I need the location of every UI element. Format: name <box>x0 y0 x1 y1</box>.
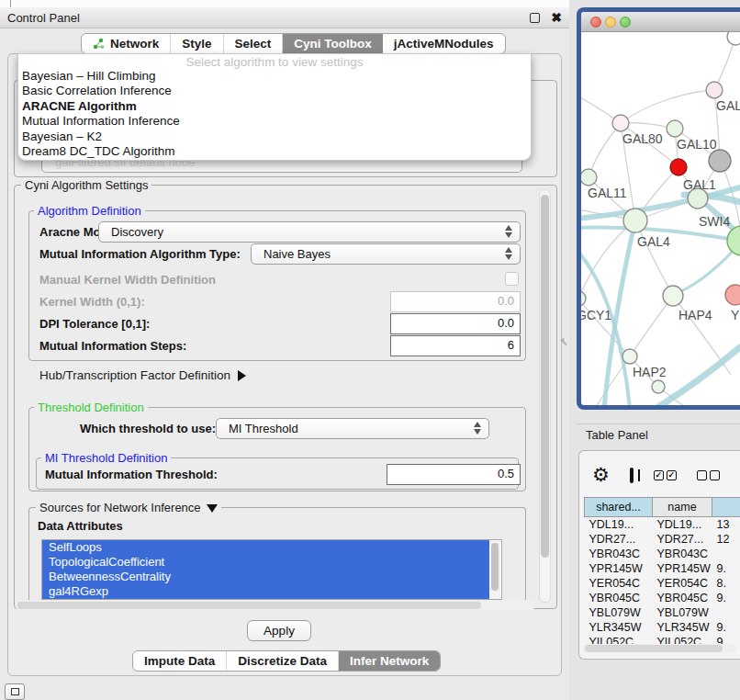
network-edge[interactable] <box>589 123 621 177</box>
tab-impute-data[interactable]: Impute Data <box>133 651 227 671</box>
mi-threshold-field[interactable]: 0.5 <box>387 464 521 485</box>
network-canvas[interactable]: GALGAL80GAL10GAL1GAL11SWI4GAL4GCY1HAP4YH… <box>581 32 740 405</box>
network-node[interactable] <box>706 82 723 98</box>
network-node[interactable] <box>581 291 586 306</box>
node-label: GAL1 <box>683 177 716 192</box>
tab-network[interactable]: Network <box>82 34 171 53</box>
table-cell: YBR043C <box>653 547 712 561</box>
algorithm-option[interactable]: Bayesian – Hill Climbing <box>18 69 531 84</box>
network-node[interactable] <box>670 159 687 175</box>
tab-label: Network <box>110 37 159 51</box>
network-node[interactable] <box>709 150 731 172</box>
tab-discretize-data[interactable]: Discretize Data <box>227 651 339 671</box>
dpi-tolerance-field[interactable]: 0.0 <box>390 313 521 334</box>
network-node[interactable] <box>727 226 740 255</box>
table-row[interactable]: YPR145WYPR145W9. <box>585 561 740 576</box>
attribute-item-selected[interactable]: BetweennessCentrality <box>42 570 489 584</box>
dock-panel-button[interactable] <box>5 683 25 700</box>
network-node[interactable] <box>663 286 683 306</box>
node-label: GAL80 <box>622 131 663 146</box>
table-row[interactable]: YBR045CYBR045C9. <box>585 591 740 605</box>
network-edge[interactable] <box>630 296 673 356</box>
settings-horizontal-scrollbar[interactable] <box>16 601 535 610</box>
apply-button[interactable]: Apply <box>247 620 311 641</box>
column-header[interactable] <box>712 498 740 517</box>
mi-type-value: Naive Bayes <box>263 247 331 261</box>
table-row[interactable]: YDR27...YDR27...12 <box>585 532 740 547</box>
manual-kernel-checkbox[interactable] <box>505 272 519 286</box>
checked-pair-icon[interactable]: ✓✓ <box>654 470 677 480</box>
zoom-traffic-light-icon[interactable] <box>620 17 631 28</box>
collapse-down-icon[interactable] <box>207 504 218 513</box>
hub-definition-label: Hub/Transcription Factor Definition <box>39 368 230 382</box>
network-node[interactable] <box>727 32 740 45</box>
table-row[interactable]: YDL19...YDL19...13 <box>585 517 740 532</box>
node-table[interactable]: shared...nameYDL19...YDL19...13YDR27...Y… <box>584 497 740 649</box>
node-label: GAL11 <box>588 186 627 200</box>
network-node[interactable] <box>667 120 683 137</box>
mi-type-combobox[interactable]: Naive Bayes <box>251 243 521 265</box>
table-cell: YBL079W <box>653 605 712 620</box>
hub-definition-expander[interactable]: Hub/Transcription Factor Definition <box>39 368 246 382</box>
table-horizontal-scrollbar[interactable] <box>583 644 737 653</box>
gear-icon[interactable]: ⚙ <box>592 466 610 484</box>
minimize-traffic-light-icon[interactable] <box>605 17 616 28</box>
algorithm-option[interactable]: Bayesian – K2 <box>18 130 531 144</box>
attribute-item-selected[interactable]: gal4RGexp <box>42 584 489 599</box>
network-node[interactable] <box>612 115 629 131</box>
tab-infer-network[interactable]: Infer Network <box>339 651 440 671</box>
table-row[interactable]: YER054CYER054C8. <box>585 576 740 591</box>
data-attributes-list[interactable]: SelfLoopsTopologicalCoefficientBetweenne… <box>41 539 502 600</box>
tab-cyni-toolbox[interactable]: Cyni Toolbox <box>283 34 383 53</box>
table-cell: YBR045C <box>653 591 712 605</box>
tab-select[interactable]: Select <box>224 34 284 53</box>
table-cell: 9. <box>712 591 740 605</box>
table-row[interactable]: YBR043CYBR043C <box>585 547 740 561</box>
unchecked-pair-icon[interactable] <box>697 470 720 480</box>
tab-jactivemnodules[interactable]: jActiveMNodules <box>383 34 505 53</box>
settings-group-title: Cyni Algorithm Settings <box>21 178 151 192</box>
table-cell <box>712 547 740 561</box>
sources-group-title[interactable]: Sources for Network Inference <box>36 501 221 514</box>
tab-label: Impute Data <box>144 654 215 668</box>
network-view-window[interactable]: GALGAL80GAL10GAL1GAL11SWI4GAL4GCY1HAP4YH… <box>577 7 740 410</box>
which-threshold-combobox[interactable]: MI Threshold <box>216 418 489 439</box>
table-cell: YDL19... <box>653 517 712 532</box>
kernel-width-field[interactable]: 0.0 <box>390 291 521 312</box>
network-node[interactable] <box>622 349 637 364</box>
tab-label: jActiveMNodules <box>394 37 494 51</box>
column-header[interactable]: shared... <box>585 498 653 517</box>
table-row[interactable]: YLR345WYLR345W9. <box>585 620 740 635</box>
algorithm-option[interactable]: Mutual Information Inference <box>18 114 531 129</box>
network-node[interactable] <box>652 380 665 393</box>
attribute-item-selected[interactable]: TopologicalCoefficient <box>42 555 489 570</box>
table-panel-title: Table Panel <box>577 423 740 446</box>
attributes-scrollbar[interactable] <box>490 541 500 600</box>
aracne-mode-combobox[interactable]: Discovery <box>98 221 521 243</box>
algorithm-option[interactable]: Dream8 DC_TDC Algorithm <box>18 144 531 159</box>
network-window-titlebar[interactable] <box>581 12 740 32</box>
column-header[interactable]: name <box>653 498 712 517</box>
network-node[interactable] <box>725 285 740 305</box>
network-edge-highlighted[interactable] <box>656 347 740 405</box>
cyni-toolbox-content: galFiltered.sif default node Select algo… <box>7 53 562 676</box>
algorithm-option[interactable]: Basic Correlation Inference <box>18 84 531 98</box>
attribute-item-selected[interactable]: SelfLoops <box>42 540 489 555</box>
close-icon[interactable]: ✖ <box>551 13 562 23</box>
expand-right-icon[interactable] <box>238 370 246 381</box>
network-edge[interactable] <box>621 90 714 123</box>
mode-tabbar: Impute DataDiscretize DataInfer Network <box>132 650 441 672</box>
float-window-icon[interactable] <box>530 13 540 23</box>
aracne-mode-value: Discovery <box>111 225 163 239</box>
settings-vertical-scrollbar[interactable] <box>539 189 551 603</box>
network-icon <box>93 38 105 50</box>
tab-style[interactable]: Style <box>171 34 223 53</box>
table-row[interactable]: YBL079WYBL079W <box>585 605 740 620</box>
mi-steps-field[interactable]: 6 <box>390 335 521 356</box>
algorithm-option[interactable]: ARACNE Algorithm <box>18 99 531 114</box>
network-node[interactable] <box>623 209 647 232</box>
network-node[interactable] <box>581 169 597 186</box>
top-strip <box>0 0 569 7</box>
split-columns-icon[interactable] <box>630 468 633 483</box>
close-traffic-light-icon[interactable] <box>590 17 601 28</box>
